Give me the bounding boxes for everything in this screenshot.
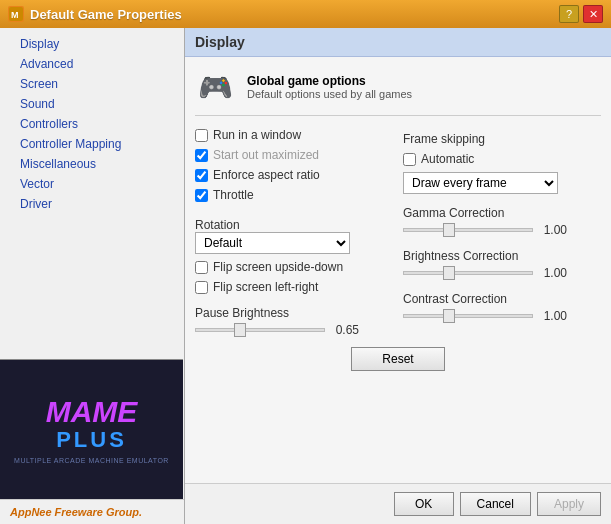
window-title: Default Game Properties xyxy=(30,7,182,22)
svg-text:M: M xyxy=(11,10,19,20)
rotation-select-row: Default Clockwise Counter-clockwise None xyxy=(195,232,393,254)
start-maximized-row: Start out maximized xyxy=(195,148,393,162)
sidebar-item-display[interactable]: Display xyxy=(0,34,184,54)
contrast-slider[interactable] xyxy=(403,314,533,318)
rotation-section: Rotation Default Clockwise Counter-clock… xyxy=(195,214,393,254)
logo-plus-area: PLUS xyxy=(56,427,127,453)
flip-leftright-checkbox[interactable] xyxy=(195,281,208,294)
sidebar-logo: MAME PLUS MULTIPLE ARCADE MACHINE EMULAT… xyxy=(0,359,183,499)
main-container: Display Advanced Screen Sound Controller… xyxy=(0,28,611,524)
gamma-correction-label: Gamma Correction xyxy=(403,206,601,220)
throttle-checkbox[interactable] xyxy=(195,189,208,202)
sidebar-item-driver[interactable]: Driver xyxy=(0,194,184,214)
gamma-section: Gamma Correction 1.00 xyxy=(403,206,601,237)
sidebar-item-screen[interactable]: Screen xyxy=(0,74,184,94)
pause-brightness-section: Pause Brightness 0.65 xyxy=(195,306,393,337)
brightness-section: Brightness Correction 1.00 xyxy=(403,249,601,280)
title-bar-controls: ? ✕ xyxy=(559,5,603,23)
sidebar-item-vector[interactable]: Vector xyxy=(0,174,184,194)
automatic-label: Automatic xyxy=(421,152,474,166)
run-in-window-label: Run in a window xyxy=(213,128,301,142)
rotation-label: Rotation xyxy=(195,218,393,232)
start-maximized-label: Start out maximized xyxy=(213,148,319,162)
enforce-aspect-row: Enforce aspect ratio xyxy=(195,168,393,182)
pause-brightness-slider[interactable] xyxy=(195,328,325,332)
run-in-window-row: Run in a window xyxy=(195,128,393,142)
reset-button[interactable]: Reset xyxy=(351,347,444,371)
automatic-checkbox[interactable] xyxy=(403,153,416,166)
brightness-correction-label: Brightness Correction xyxy=(403,249,601,263)
sidebar-item-controller-mapping[interactable]: Controller Mapping xyxy=(0,134,184,154)
sidebar-footer: AppNee Freeware Group. xyxy=(0,499,184,524)
title-bar-left: M Default Game Properties xyxy=(8,6,182,22)
flip-leftright-row: Flip screen left-right xyxy=(195,280,393,294)
start-maximized-checkbox[interactable] xyxy=(195,149,208,162)
gamma-value: 1.00 xyxy=(537,223,567,237)
contrast-slider-row: 1.00 xyxy=(403,309,601,323)
bottom-bar: OK Cancel Apply xyxy=(185,483,611,524)
options-right: Frame skipping Automatic Draw every fram… xyxy=(403,128,601,337)
frame-select[interactable]: Draw every frame Skip 1 of every 2 Skip … xyxy=(403,172,558,194)
sidebar-nav: Display Advanced Screen Sound Controller… xyxy=(0,28,184,359)
flip-updown-checkbox[interactable] xyxy=(195,261,208,274)
pause-brightness-label: Pause Brightness xyxy=(195,306,393,320)
frame-select-row: Draw every frame Skip 1 of every 2 Skip … xyxy=(403,172,601,194)
content-area: Display 🎮 Global game options Default op… xyxy=(185,28,611,524)
game-options-header: 🎮 Global game options Default options us… xyxy=(195,67,601,116)
contrast-section: Contrast Correction 1.00 xyxy=(403,292,601,323)
help-button[interactable]: ? xyxy=(559,5,579,23)
gamma-slider[interactable] xyxy=(403,228,533,232)
frame-skipping-label: Frame skipping xyxy=(403,132,601,146)
flip-updown-row: Flip screen upside-down xyxy=(195,260,393,274)
rotation-select[interactable]: Default Clockwise Counter-clockwise None xyxy=(195,232,350,254)
enforce-aspect-checkbox[interactable] xyxy=(195,169,208,182)
pause-brightness-value: 0.65 xyxy=(329,323,359,337)
flip-updown-label: Flip screen upside-down xyxy=(213,260,343,274)
content-header: Display xyxy=(185,28,611,57)
options-grid: Run in a window Start out maximized Enfo… xyxy=(195,128,601,337)
game-options-text: Global game options Default options used… xyxy=(247,74,412,100)
logo-plus: PLUS xyxy=(56,427,127,453)
throttle-row: Throttle xyxy=(195,188,393,202)
content-body: 🎮 Global game options Default options us… xyxy=(185,57,611,483)
contrast-correction-label: Contrast Correction xyxy=(403,292,601,306)
game-options-title: Global game options xyxy=(247,74,412,88)
cancel-button[interactable]: Cancel xyxy=(460,492,531,516)
flip-leftright-label: Flip screen left-right xyxy=(213,280,318,294)
brightness-slider[interactable] xyxy=(403,271,533,275)
app-icon: M xyxy=(8,6,24,22)
throttle-label: Throttle xyxy=(213,188,254,202)
run-in-window-checkbox[interactable] xyxy=(195,129,208,142)
reset-container: Reset xyxy=(195,347,601,371)
game-options-icon: 🎮 xyxy=(195,67,235,107)
options-left: Run in a window Start out maximized Enfo… xyxy=(195,128,393,337)
sidebar-item-advanced[interactable]: Advanced xyxy=(0,54,184,74)
enforce-aspect-label: Enforce aspect ratio xyxy=(213,168,320,182)
gamma-slider-row: 1.00 xyxy=(403,223,601,237)
contrast-value: 1.00 xyxy=(537,309,567,323)
sidebar: Display Advanced Screen Sound Controller… xyxy=(0,28,185,524)
logo-subtitle: MULTIPLE ARCADE MACHINE EMULATOR xyxy=(14,457,169,464)
sidebar-item-sound[interactable]: Sound xyxy=(0,94,184,114)
sidebar-item-miscellaneous[interactable]: Miscellaneous xyxy=(0,154,184,174)
brightness-slider-row: 1.00 xyxy=(403,266,601,280)
brightness-value: 1.00 xyxy=(537,266,567,280)
close-button[interactable]: ✕ xyxy=(583,5,603,23)
automatic-row: Automatic xyxy=(403,152,601,166)
pause-brightness-slider-row: 0.65 xyxy=(195,323,393,337)
ok-button[interactable]: OK xyxy=(394,492,454,516)
sidebar-item-controllers[interactable]: Controllers xyxy=(0,114,184,134)
logo-mame: MAME xyxy=(46,395,138,429)
game-options-desc: Default options used by all games xyxy=(247,88,412,100)
title-bar: M Default Game Properties ? ✕ xyxy=(0,0,611,28)
apply-button[interactable]: Apply xyxy=(537,492,601,516)
